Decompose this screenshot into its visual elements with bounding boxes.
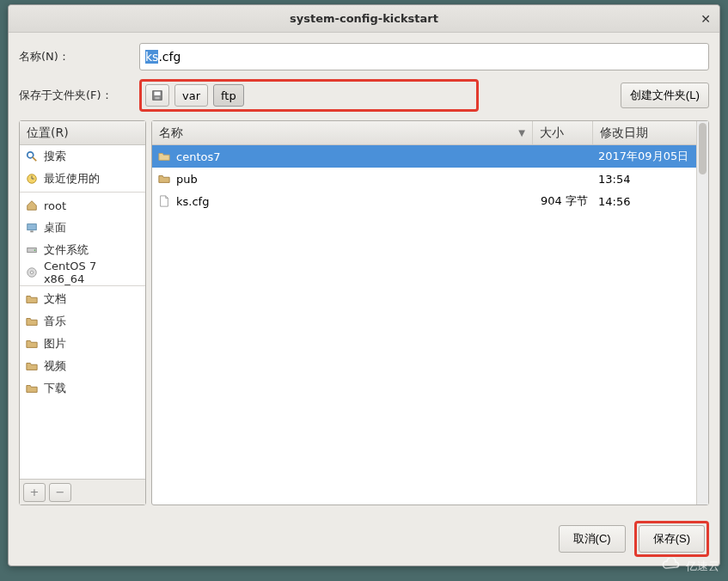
places-header[interactable]: 位置(R) bbox=[20, 121, 145, 145]
column-size[interactable]: 大小 bbox=[533, 121, 593, 144]
path-bar: var ftp bbox=[139, 79, 479, 112]
cancel-button[interactable]: 取消(C) bbox=[559, 525, 626, 553]
file-size: 904 字节 bbox=[533, 193, 593, 209]
folder-icon bbox=[25, 337, 39, 351]
filename-input[interactable]: ks.cfg bbox=[139, 43, 709, 70]
sidebar-item-downloads[interactable]: 下载 bbox=[20, 377, 145, 400]
action-bar: 取消(C) 保存(S) bbox=[19, 514, 709, 557]
filename-label: 名称(N)： bbox=[19, 49, 131, 64]
folder-icon bbox=[157, 172, 171, 186]
desktop-icon bbox=[25, 221, 39, 235]
save-button[interactable]: 保存(S) bbox=[639, 525, 705, 553]
sidebar-item-label: 搜索 bbox=[44, 149, 66, 164]
svg-point-11 bbox=[34, 249, 36, 251]
svg-rect-9 bbox=[30, 231, 34, 233]
folder-icon bbox=[25, 315, 39, 328]
svg-rect-1 bbox=[155, 92, 161, 95]
sidebar-item-recent[interactable]: 最近使用的 bbox=[20, 168, 145, 190]
file-name: centos7 bbox=[176, 150, 220, 163]
path-seg-ftp[interactable]: ftp bbox=[213, 84, 244, 107]
titlebar[interactable]: system-config-kickstart ✕ bbox=[9, 5, 719, 33]
sidebar-item-label: 视频 bbox=[44, 358, 66, 374]
divider bbox=[20, 192, 145, 193]
sidebar-item-root[interactable]: root bbox=[20, 194, 145, 217]
savein-label: 保存于文件夹(F)： bbox=[19, 88, 131, 103]
sidebar-item-music[interactable]: 音乐 bbox=[20, 310, 145, 333]
places-sidebar: 位置(R) 搜索 最近使用的 root bbox=[19, 120, 146, 505]
sidebar-item-label: root bbox=[44, 199, 66, 212]
file-list-header: 名称 ▼ 大小 修改日期 bbox=[152, 121, 696, 145]
svg-line-4 bbox=[33, 157, 36, 161]
file-list: 名称 ▼ 大小 修改日期 centos7 2 bbox=[152, 121, 696, 505]
sidebar-item-label: 最近使用的 bbox=[44, 171, 100, 187]
svg-rect-2 bbox=[155, 97, 159, 100]
file-date: 13:54 bbox=[593, 173, 696, 186]
svg-point-13 bbox=[30, 271, 34, 274]
folder-icon bbox=[157, 150, 171, 163]
sidebar-item-desktop[interactable]: 桌面 bbox=[20, 217, 145, 239]
svg-rect-8 bbox=[28, 224, 37, 230]
svg-point-3 bbox=[28, 152, 34, 158]
sidebar-item-label: 下载 bbox=[44, 381, 66, 396]
file-name: ks.cfg bbox=[176, 195, 209, 208]
file-date: 14:56 bbox=[593, 195, 696, 208]
sidebar-item-label: 图片 bbox=[44, 336, 66, 352]
add-bookmark-button[interactable]: + bbox=[23, 483, 46, 502]
save-highlight: 保存(S) bbox=[634, 521, 709, 557]
close-icon[interactable]: ✕ bbox=[699, 12, 713, 26]
column-date[interactable]: 修改日期 bbox=[593, 121, 696, 144]
remove-bookmark-button[interactable]: − bbox=[49, 483, 71, 502]
scrollbar-thumb[interactable] bbox=[699, 123, 707, 174]
sidebar-item-label: 文档 bbox=[44, 291, 66, 307]
column-name[interactable]: 名称 ▼ bbox=[152, 121, 533, 144]
folder-icon bbox=[25, 382, 39, 395]
sidebar-item-documents[interactable]: 文档 bbox=[20, 288, 145, 310]
home-icon bbox=[25, 199, 39, 212]
divider bbox=[20, 285, 145, 286]
file-row[interactable]: centos7 2017年09月05日 bbox=[152, 145, 696, 168]
filename-selected-text: ks bbox=[145, 50, 158, 64]
file-row[interactable]: pub 13:54 bbox=[152, 168, 696, 190]
filename-row: 名称(N)： ks.cfg bbox=[19, 43, 709, 70]
chevron-down-icon: ▼ bbox=[518, 128, 525, 138]
search-icon bbox=[25, 150, 39, 163]
places-footer: + − bbox=[20, 479, 145, 505]
scrollbar[interactable] bbox=[696, 121, 708, 505]
sidebar-item-label: 桌面 bbox=[44, 220, 66, 235]
file-name: pub bbox=[176, 173, 198, 186]
sidebar-item-disc[interactable]: CentOS 7 x86_64 bbox=[20, 261, 145, 284]
floppy-icon bbox=[150, 89, 164, 102]
places-list: 搜索 最近使用的 root 桌面 bbox=[20, 145, 145, 479]
path-seg-root[interactable] bbox=[145, 84, 169, 107]
folder-icon bbox=[25, 359, 39, 373]
sidebar-item-search[interactable]: 搜索 bbox=[20, 145, 145, 168]
file-list-panel: 名称 ▼ 大小 修改日期 centos7 2 bbox=[151, 120, 709, 505]
file-date: 2017年09月05日 bbox=[593, 149, 696, 164]
file-row[interactable]: ks.cfg 904 字节 14:56 bbox=[152, 190, 696, 212]
path-seg-var[interactable]: var bbox=[174, 84, 208, 107]
drive-icon bbox=[25, 243, 39, 257]
dialog-content: 名称(N)： ks.cfg 保存于文件夹(F)： var ftp 创建文件夹(L… bbox=[9, 33, 719, 566]
sidebar-item-label: CentOS 7 x86_64 bbox=[44, 260, 140, 285]
save-dialog: system-config-kickstart ✕ 名称(N)： ks.cfg … bbox=[8, 4, 720, 566]
sidebar-item-filesystem[interactable]: 文件系统 bbox=[20, 239, 145, 261]
create-folder-button[interactable]: 创建文件夹(L) bbox=[621, 83, 709, 108]
folder-icon bbox=[25, 292, 39, 306]
savein-row: 保存于文件夹(F)： var ftp 创建文件夹(L) bbox=[19, 79, 709, 112]
sidebar-item-pictures[interactable]: 图片 bbox=[20, 333, 145, 355]
clock-icon bbox=[25, 172, 39, 186]
sidebar-item-label: 文件系统 bbox=[44, 242, 89, 258]
file-list-body: centos7 2017年09月05日 pub 13:54 bbox=[152, 145, 696, 505]
sidebar-item-videos[interactable]: 视频 bbox=[20, 355, 145, 377]
disc-icon bbox=[25, 266, 39, 279]
file-browser: 位置(R) 搜索 最近使用的 root bbox=[19, 120, 709, 505]
filename-rest-text: .cfg bbox=[158, 50, 180, 64]
window-title: system-config-kickstart bbox=[290, 12, 438, 25]
sidebar-item-label: 音乐 bbox=[44, 314, 66, 329]
file-icon bbox=[157, 194, 171, 208]
